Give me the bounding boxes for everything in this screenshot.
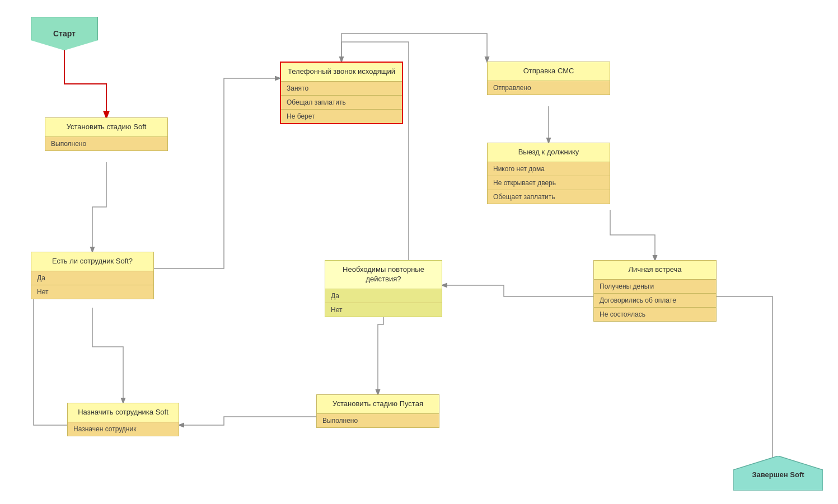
repeat-actions-yes: Да: [325, 289, 442, 303]
phone-call-option-2: Обещал заплатить: [281, 95, 402, 109]
assign-employee-option-1: Назначен сотрудник: [68, 422, 179, 436]
set-stage-soft-option-1: Выполнено: [45, 137, 167, 150]
has-employee-box: Есть ли сотрудник Soft? Да Нет: [31, 252, 154, 299]
repeat-actions-box: Необходимы повторные действия? Да Нет: [325, 260, 442, 317]
set-stage-empty-option-1: Выполнено: [317, 414, 439, 427]
personal-meeting-option-2: Договорились об оплате: [594, 293, 716, 307]
start-shape: Старт: [31, 17, 98, 50]
visit-debtor-option-1: Никого нет дома: [488, 162, 610, 176]
visit-debtor-title: Выезд к должнику: [488, 143, 610, 162]
set-stage-empty-box: Установить стадию Пустая Выполнено: [316, 394, 439, 428]
set-stage-soft-title: Установить стадию Soft: [45, 118, 167, 136]
svg-text:Завершен Soft: Завершен Soft: [752, 470, 804, 479]
has-employee-title: Есть ли сотрудник Soft?: [31, 252, 153, 271]
send-sms-title: Отправка СМС: [488, 62, 610, 81]
personal-meeting-title: Личная встреча: [594, 261, 716, 279]
visit-debtor-box: Выезд к должнику Никого нет дома Не откр…: [487, 143, 610, 204]
phone-call-option-1: Занято: [281, 82, 402, 95]
personal-meeting-box: Личная встреча Получены деньги Договорил…: [593, 260, 717, 322]
personal-meeting-option-1: Получены деньги: [594, 280, 716, 293]
send-sms-box: Отправка СМС Отправлено: [487, 62, 610, 95]
visit-debtor-option-3: Обещает заплатить: [488, 190, 610, 204]
phone-call-option-3: Не берет: [281, 109, 402, 123]
phone-call-box: Телефонный звонок исходящий Занято Обеща…: [280, 62, 403, 124]
personal-meeting-option-3: Не состоялась: [594, 307, 716, 321]
end-shape: Завершен Soft: [733, 456, 823, 491]
repeat-actions-title: Необходимы повторные действия?: [325, 261, 442, 289]
has-employee-yes: Да: [31, 271, 153, 285]
assign-employee-title: Назначить сотрудника Soft: [68, 403, 179, 422]
set-stage-soft-box: Установить стадию Soft Выполнено: [45, 117, 168, 151]
phone-call-title: Телефонный звонок исходящий: [281, 63, 402, 81]
set-stage-empty-title: Установить стадию Пустая: [317, 395, 439, 413]
send-sms-option-1: Отправлено: [488, 81, 610, 95]
start-label: Старт: [53, 29, 76, 38]
assign-employee-box: Назначить сотрудника Soft Назначен сотру…: [67, 403, 179, 436]
visit-debtor-option-2: Не открывает дверь: [488, 176, 610, 190]
repeat-actions-no: Нет: [325, 303, 442, 317]
has-employee-no: Нет: [31, 285, 153, 299]
